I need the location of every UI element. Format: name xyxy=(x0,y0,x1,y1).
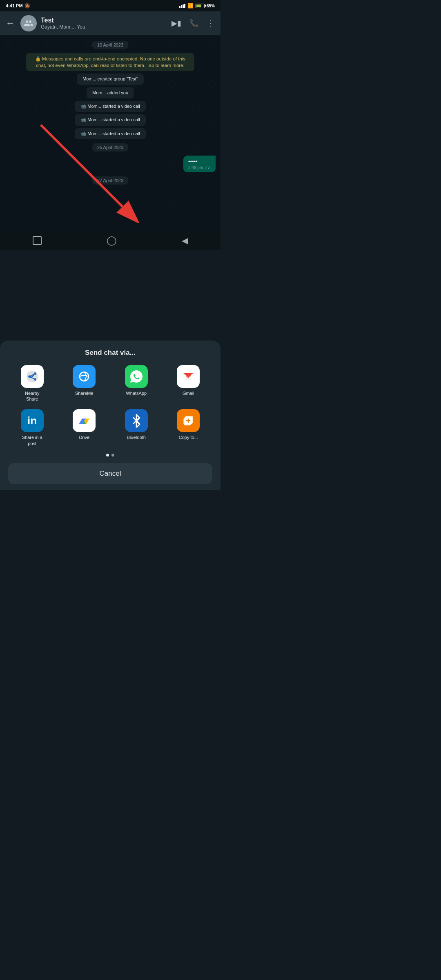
linkedin-label: Share in apost xyxy=(22,434,42,446)
more-options-button[interactable]: ⋮ xyxy=(204,17,216,29)
linkedin-icon: in xyxy=(21,409,44,432)
date-chip-3: 27 April 2023 xyxy=(92,176,128,185)
shareme-label: ShareMe xyxy=(75,390,94,396)
chat-area: 10 April 2023 🔒 Messages and calls are e… xyxy=(0,35,220,231)
date-chip-2: 25 April 2023 xyxy=(92,143,128,151)
encryption-notice[interactable]: 🔒 Messages and calls are end-to-end encr… xyxy=(26,53,195,71)
outgoing-message: ••••• 3:49 pm ✓✓ xyxy=(183,156,216,172)
group-name: Test xyxy=(41,17,165,24)
sys-msg-video1: 📹 Mom... started a video call xyxy=(75,101,145,112)
wifi-icon: 📶 xyxy=(187,3,194,9)
group-info[interactable]: Test Gayatri, Mom..., You xyxy=(41,17,165,30)
gmail-label: Gmail xyxy=(183,390,194,396)
sys-msg-added: Mom... added you xyxy=(87,87,134,98)
nav-back-button[interactable]: ◀ xyxy=(182,236,188,245)
signal-icon xyxy=(179,4,185,8)
nav-recents-button[interactable] xyxy=(33,236,42,245)
cancel-button[interactable]: Cancel xyxy=(8,463,212,484)
shareme-icon xyxy=(73,365,96,388)
share-app-copy-to[interactable]: Copy to... xyxy=(165,409,213,446)
back-button[interactable]: ← xyxy=(4,16,16,30)
bluetooth-icon xyxy=(125,409,148,432)
sys-msg-video3: 📹 Mom... started a video call xyxy=(75,128,145,139)
page-dot-2 xyxy=(111,454,114,457)
share-app-nearby-share[interactable]: NearbyShare xyxy=(8,365,56,402)
nav-home-button[interactable]: ◯ xyxy=(107,235,117,246)
date-chip-1: 10 April 2023 xyxy=(92,41,128,49)
drive-label: Drive xyxy=(79,434,89,440)
share-app-grid: NearbyShare ShareMe WhatsApp xyxy=(8,365,212,446)
status-bar: 4:41 PM 🔕 📶 65% xyxy=(0,0,220,11)
share-app-gmail[interactable]: Gmail xyxy=(165,365,213,402)
msg-time: 3:49 pm ✓✓ xyxy=(188,165,211,170)
gmail-icon xyxy=(177,365,200,388)
copy-to-label: Copy to... xyxy=(179,434,198,440)
share-app-linkedin[interactable]: in Share in apost xyxy=(8,409,56,446)
nearby-share-label: NearbyShare xyxy=(25,390,39,402)
nearby-share-icon xyxy=(21,365,44,388)
drive-icon xyxy=(73,409,96,432)
page-dot-1 xyxy=(106,454,109,457)
group-members: Gayatri, Mom..., You xyxy=(41,24,165,30)
nav-action-icons: ▶▮ 📞 ⋮ xyxy=(169,17,216,29)
voice-call-button[interactable]: 📞 xyxy=(187,17,201,29)
bluetooth-label: Bluetooth xyxy=(127,434,146,440)
status-time: 4:41 PM xyxy=(6,3,23,8)
sheet-title: Send chat via... xyxy=(8,349,212,357)
top-nav: ← Test Gayatri, Mom..., You ▶▮ 📞 ⋮ xyxy=(0,11,220,35)
share-app-drive[interactable]: Drive xyxy=(60,409,109,446)
svg-point-4 xyxy=(34,378,36,381)
share-app-shareme[interactable]: ShareMe xyxy=(60,365,109,402)
svg-point-2 xyxy=(28,375,31,378)
svg-text:in: in xyxy=(27,414,37,427)
copy-to-icon xyxy=(177,409,200,432)
status-icons-area: 📶 65% xyxy=(179,3,215,9)
whatsapp-icon xyxy=(125,365,148,388)
share-bottom-sheet: Send chat via... NearbyShare xyxy=(0,341,220,490)
whatsapp-label: WhatsApp xyxy=(126,390,147,396)
battery-percent: 65% xyxy=(207,4,215,8)
sys-msg-created: Mom... created group "Test" xyxy=(77,74,144,85)
group-avatar xyxy=(20,15,37,31)
mute-icon: 🔕 xyxy=(24,3,30,9)
sys-msg-video2: 📹 Mom... started a video call xyxy=(75,114,145,125)
msg-dots: ••••• xyxy=(188,158,198,165)
page-indicators xyxy=(8,454,212,457)
status-time-area: 4:41 PM 🔕 xyxy=(6,3,30,9)
bottom-nav: ◯ ◀ xyxy=(0,231,220,250)
read-ticks: ✓✓ xyxy=(204,165,211,170)
group-avatar-icon xyxy=(24,18,33,28)
video-call-button[interactable]: ▶▮ xyxy=(169,17,184,29)
share-app-whatsapp[interactable]: WhatsApp xyxy=(112,365,160,402)
battery-icon xyxy=(196,4,205,8)
share-app-bluetooth[interactable]: Bluetooth xyxy=(112,409,160,446)
svg-point-3 xyxy=(34,372,36,375)
